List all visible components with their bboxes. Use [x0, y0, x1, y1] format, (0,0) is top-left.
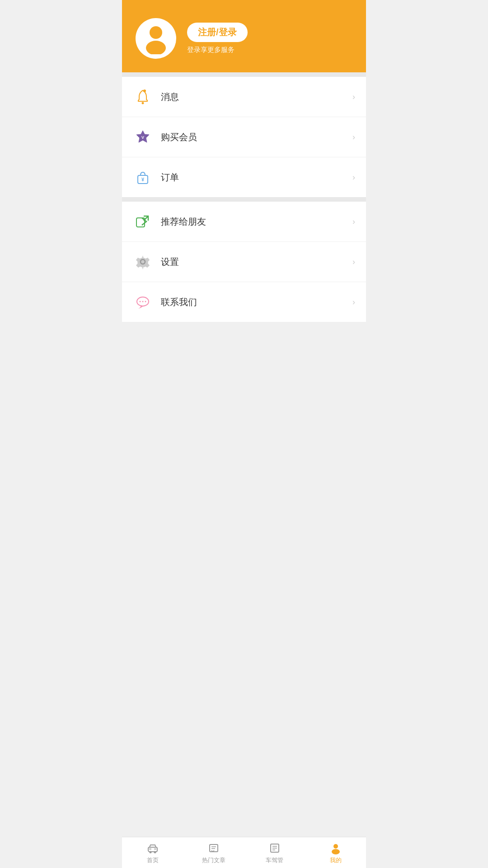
svg-point-0 [150, 26, 162, 39]
settings-arrow: › [352, 257, 355, 267]
menu-item-contact[interactable]: 联系我们 › [122, 282, 366, 322]
chat-icon [133, 292, 153, 312]
nav-articles[interactable]: 热门文章 [183, 837, 244, 868]
svg-point-29 [333, 844, 338, 849]
svg-point-3 [143, 90, 146, 92]
profile-header: 注册/登录 登录享更多服务 [122, 0, 366, 72]
login-subtitle: 登录享更多服务 [187, 46, 248, 54]
messages-arrow: › [352, 92, 355, 102]
vip-icon: V [133, 127, 153, 147]
svg-point-19 [154, 851, 156, 854]
car-icon [146, 842, 159, 854]
svg-point-15 [142, 301, 144, 302]
svg-point-1 [146, 41, 166, 54]
gear-icon [133, 252, 153, 272]
recommend-label: 推荐给朋友 [161, 216, 352, 228]
svg-text:¥: ¥ [141, 177, 145, 182]
orders-label: 订单 [161, 171, 352, 184]
menu-item-settings[interactable]: 设置 › [122, 242, 366, 282]
membership-arrow: › [352, 132, 355, 142]
nav-mine[interactable]: 我的 [305, 837, 366, 868]
share-icon [133, 212, 153, 231]
svg-point-2 [142, 102, 144, 104]
messages-label: 消息 [161, 91, 352, 103]
orders-arrow: › [352, 173, 355, 182]
svg-rect-21 [154, 848, 156, 850]
header-info: 注册/登录 登录享更多服务 [187, 23, 248, 54]
membership-label: 购买会员 [161, 131, 352, 143]
svg-text:V: V [141, 135, 144, 140]
person-icon [329, 842, 342, 854]
nav-driving-label: 车驾管 [266, 856, 283, 864]
bottom-navigation: 首页 热门文章 车驾管 我的 [122, 837, 366, 868]
avatar [136, 18, 176, 59]
bell-icon [133, 87, 153, 107]
section-divider-2 [122, 197, 366, 202]
svg-point-14 [140, 301, 141, 302]
svg-rect-20 [149, 848, 151, 850]
menu-item-recommend[interactable]: 推荐给朋友 › [122, 202, 366, 242]
order-icon: ¥ [133, 167, 153, 187]
nav-home-label: 首页 [147, 856, 159, 864]
articles-icon [207, 842, 220, 854]
contact-arrow: › [352, 297, 355, 307]
driving-icon [268, 842, 281, 854]
svg-point-16 [145, 301, 146, 302]
nav-mine-label: 我的 [330, 856, 342, 864]
recommend-arrow: › [352, 217, 355, 226]
svg-point-18 [149, 851, 151, 854]
nav-home[interactable]: 首页 [122, 837, 183, 868]
menu-item-membership[interactable]: V 购买会员 › [122, 117, 366, 157]
settings-label: 设置 [161, 256, 352, 268]
nav-driving[interactable]: 车驾管 [244, 837, 305, 868]
contact-label: 联系我们 [161, 296, 352, 308]
menu-item-orders[interactable]: ¥ 订单 › [122, 157, 366, 197]
menu-group-2: 推荐给朋友 › 设置 › [122, 202, 366, 322]
login-button[interactable]: 注册/登录 [187, 23, 248, 42]
empty-content-area [122, 322, 366, 548]
nav-articles-label: 热门文章 [202, 856, 225, 864]
menu-item-messages[interactable]: 消息 › [122, 77, 366, 117]
svg-point-30 [332, 849, 340, 854]
section-divider-1 [122, 72, 366, 77]
menu-group-1: 消息 › V 购买会员 › ¥ [122, 77, 366, 197]
